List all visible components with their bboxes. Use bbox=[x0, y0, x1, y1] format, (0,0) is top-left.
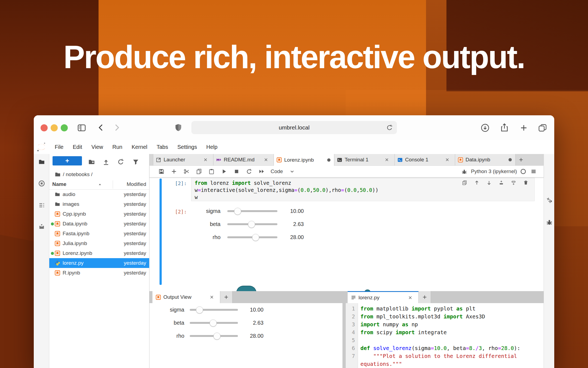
duplicate-cell-icon[interactable] bbox=[462, 180, 467, 185]
copy-icon[interactable] bbox=[196, 168, 202, 174]
tab-console-1[interactable]: Console 1 bbox=[395, 154, 455, 165]
address-bar[interactable]: umbrel.local bbox=[191, 121, 397, 134]
share-icon[interactable] bbox=[500, 123, 509, 132]
file-row-lorenz-ipynb[interactable]: Lorenz.ipynbyesterday bbox=[49, 248, 149, 258]
insert-cell-above-icon[interactable] bbox=[499, 180, 504, 185]
run-icon[interactable] bbox=[221, 168, 227, 174]
editor-line[interactable]: equations.""" bbox=[346, 360, 544, 368]
slider-handle[interactable] bbox=[213, 333, 220, 340]
column-header-modified[interactable]: Modified bbox=[127, 181, 146, 187]
stop-icon[interactable] bbox=[234, 168, 240, 174]
slider-handle[interactable] bbox=[248, 221, 255, 228]
move-cell-down-icon[interactable] bbox=[486, 180, 492, 185]
editor-code[interactable]: 1from matplotlib import pyplot as plt2fr… bbox=[346, 305, 544, 368]
chevron-down-icon[interactable] bbox=[289, 169, 295, 174]
tab-lorenz-ipynb[interactable]: Lorenz.ipynb bbox=[274, 154, 334, 166]
slider-track[interactable] bbox=[190, 335, 238, 337]
menu-run[interactable]: Run bbox=[108, 140, 127, 154]
property-inspector-icon[interactable] bbox=[546, 197, 553, 204]
toolbar-menu-icon[interactable] bbox=[531, 168, 537, 174]
close-icon[interactable] bbox=[384, 157, 389, 162]
active-cell-indicator[interactable] bbox=[160, 179, 162, 285]
minimize-window-button[interactable] bbox=[51, 124, 58, 131]
new-tab-icon[interactable] bbox=[519, 123, 528, 132]
slider-handle[interactable] bbox=[252, 234, 259, 241]
file-row-cpp-ipynb[interactable]: Cpp.ipynbyesterday bbox=[49, 209, 149, 219]
save-icon[interactable] bbox=[158, 168, 164, 174]
menu-file[interactable]: File bbox=[50, 140, 68, 154]
new-folder-icon[interactable] bbox=[88, 158, 95, 165]
file-row-data-ipynb[interactable]: Data.ipynbyesterday bbox=[49, 219, 149, 229]
add-tab-button[interactable] bbox=[516, 154, 526, 165]
close-icon[interactable] bbox=[408, 295, 413, 300]
menu-settings[interactable]: Settings bbox=[173, 140, 201, 154]
sidebar-toggle-icon[interactable] bbox=[77, 123, 86, 132]
editor-line[interactable]: 7 """Plot a solution to the Lorenz diffe… bbox=[346, 352, 544, 360]
close-icon[interactable] bbox=[264, 157, 268, 162]
file-row-lorenz-py[interactable]: lorenz.pyyesterday bbox=[49, 258, 149, 268]
filter-icon[interactable] bbox=[132, 158, 139, 165]
insert-cell-below-icon[interactable] bbox=[511, 180, 516, 185]
menu-kernel[interactable]: Kernel bbox=[127, 140, 152, 154]
file-row-r-ipynb[interactable]: R.ipynbyesterday bbox=[49, 268, 149, 278]
debugger-icon[interactable] bbox=[461, 169, 467, 174]
tab-terminal-1[interactable]: Terminal 1 bbox=[334, 154, 395, 165]
slider-track[interactable] bbox=[190, 322, 238, 324]
menu-tabs[interactable]: Tabs bbox=[152, 140, 173, 154]
upload-icon[interactable] bbox=[103, 158, 109, 165]
new-view-button[interactable] bbox=[418, 291, 431, 303]
slider-track[interactable] bbox=[227, 236, 277, 238]
zoom-window-button[interactable] bbox=[61, 124, 68, 131]
editor-line[interactable]: 5 bbox=[346, 336, 544, 344]
tab-overview-icon[interactable] bbox=[538, 123, 547, 132]
editor-line[interactable]: 1from matplotlib import pyplot as plt bbox=[346, 305, 544, 313]
slider-handle[interactable] bbox=[196, 306, 203, 313]
file-row-fasta-ipynb[interactable]: Fasta.ipynbyesterday bbox=[49, 229, 149, 239]
tab-output-view[interactable]: Output View bbox=[152, 291, 220, 303]
running-sessions-icon[interactable] bbox=[38, 180, 45, 187]
slider-track[interactable] bbox=[190, 309, 238, 311]
editor-line[interactable]: 6def solve_lorenz(sigma=10.0, beta=8./3,… bbox=[346, 344, 544, 352]
editor-line[interactable]: 4from scipy import integrate bbox=[346, 328, 544, 336]
editor-line[interactable]: 2from mpl_toolkits.mplot3d import Axes3D bbox=[346, 313, 544, 321]
extensions-icon[interactable] bbox=[38, 223, 45, 230]
paste-icon[interactable] bbox=[209, 168, 215, 174]
debugger-sidebar-icon[interactable] bbox=[546, 219, 553, 225]
tab-launcher[interactable]: Launcher bbox=[153, 154, 213, 165]
menu-edit[interactable]: Edit bbox=[68, 140, 87, 154]
menu-view[interactable]: View bbox=[87, 140, 108, 154]
editor-content[interactable]: 1from matplotlib import pyplot as plt2fr… bbox=[346, 303, 544, 368]
move-cell-up-icon[interactable] bbox=[474, 180, 479, 185]
tab-lorenz-py[interactable]: lorenz.py bbox=[348, 291, 418, 303]
restart-kernel-icon[interactable] bbox=[246, 168, 252, 174]
add-cell-icon[interactable] bbox=[171, 168, 177, 174]
code-cell[interactable]: from lorenz import solve_lorenzw=interac… bbox=[191, 178, 535, 201]
cut-icon[interactable] bbox=[183, 168, 189, 174]
slider-track[interactable] bbox=[227, 223, 277, 225]
file-browser-icon[interactable] bbox=[38, 159, 45, 165]
cell-code[interactable]: from lorenz import solve_lorenzw=interac… bbox=[195, 179, 378, 201]
slider-handle[interactable] bbox=[234, 208, 241, 215]
downloads-icon[interactable] bbox=[481, 123, 489, 132]
close-icon[interactable] bbox=[209, 295, 214, 300]
restart-run-all-icon[interactable] bbox=[259, 168, 265, 174]
close-icon[interactable] bbox=[203, 157, 208, 162]
breadcrumb[interactable]: / notebooks / bbox=[55, 170, 93, 179]
delete-cell-icon[interactable] bbox=[523, 180, 528, 185]
new-view-button[interactable] bbox=[220, 291, 232, 303]
slider-handle[interactable] bbox=[210, 319, 217, 327]
close-window-button[interactable] bbox=[41, 124, 48, 131]
back-icon[interactable] bbox=[97, 124, 105, 131]
forward-icon[interactable] bbox=[113, 124, 121, 131]
cell-type-select[interactable]: Code bbox=[271, 168, 283, 174]
refresh-icon[interactable] bbox=[117, 158, 124, 165]
new-launcher-button[interactable]: + bbox=[53, 156, 82, 165]
file-row-audio[interactable]: audioyesterday bbox=[49, 189, 149, 199]
editor-line[interactable]: 3import numpy as np bbox=[346, 321, 544, 328]
tab-data-ipynb[interactable]: Data.ipynb bbox=[455, 154, 516, 165]
kernel-name[interactable]: Python 3 (ipykernel) bbox=[471, 168, 517, 174]
file-row-julia-ipynb[interactable]: Julia.ipynbyesterday bbox=[49, 239, 149, 248]
shield-icon[interactable] bbox=[174, 123, 182, 132]
kernel-status-icon[interactable] bbox=[520, 168, 526, 174]
file-row-images[interactable]: imagesyesterday bbox=[49, 199, 149, 209]
